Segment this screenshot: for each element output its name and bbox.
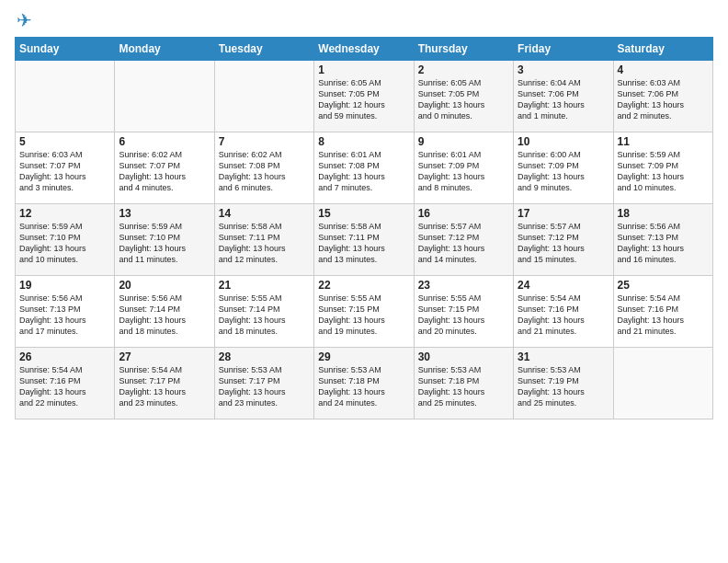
calendar-cell: 9Sunrise: 6:01 AM Sunset: 7:09 PM Daylig… (414, 132, 513, 204)
calendar-cell: 3Sunrise: 6:04 AM Sunset: 7:06 PM Daylig… (514, 61, 613, 132)
calendar-cell: 14Sunrise: 5:58 AM Sunset: 7:11 PM Dayli… (214, 204, 313, 276)
day-info: Sunrise: 5:57 AM Sunset: 7:12 PM Dayligh… (518, 221, 609, 266)
calendar-cell: 2Sunrise: 6:05 AM Sunset: 7:05 PM Daylig… (414, 61, 513, 132)
day-number: 28 (219, 350, 310, 363)
day-number: 12 (19, 207, 110, 220)
header: ✈ (15, 11, 713, 29)
weekday-header-friday: Friday (514, 38, 613, 61)
day-info: Sunrise: 5:54 AM Sunset: 7:16 PM Dayligh… (518, 293, 609, 338)
weekday-header-monday: Monday (115, 38, 214, 61)
calendar-cell: 12Sunrise: 5:59 AM Sunset: 7:10 PM Dayli… (16, 204, 115, 276)
day-number: 6 (119, 135, 210, 148)
day-info: Sunrise: 5:56 AM Sunset: 7:13 PM Dayligh… (618, 221, 709, 266)
calendar-cell: 21Sunrise: 5:55 AM Sunset: 7:14 PM Dayli… (214, 276, 313, 348)
day-info: Sunrise: 6:01 AM Sunset: 7:08 PM Dayligh… (318, 149, 409, 194)
week-row-3: 12Sunrise: 5:59 AM Sunset: 7:10 PM Dayli… (16, 204, 713, 276)
day-number: 13 (119, 207, 210, 220)
day-number: 5 (19, 135, 110, 148)
day-info: Sunrise: 5:59 AM Sunset: 7:10 PM Dayligh… (19, 221, 110, 266)
day-number: 2 (418, 63, 509, 76)
week-row-2: 5Sunrise: 6:03 AM Sunset: 7:07 PM Daylig… (16, 132, 713, 204)
day-number: 27 (119, 350, 210, 363)
logo: ✈ (15, 11, 32, 29)
day-info: Sunrise: 5:58 AM Sunset: 7:11 PM Dayligh… (318, 221, 409, 266)
calendar-cell: 13Sunrise: 5:59 AM Sunset: 7:10 PM Dayli… (115, 204, 214, 276)
calendar-cell: 5Sunrise: 6:03 AM Sunset: 7:07 PM Daylig… (16, 132, 115, 204)
day-info: Sunrise: 5:59 AM Sunset: 7:09 PM Dayligh… (618, 149, 709, 194)
calendar-cell: 28Sunrise: 5:53 AM Sunset: 7:17 PM Dayli… (214, 348, 313, 419)
calendar-cell: 15Sunrise: 5:58 AM Sunset: 7:11 PM Dayli… (314, 204, 414, 276)
calendar-cell: 1Sunrise: 6:05 AM Sunset: 7:05 PM Daylig… (314, 61, 414, 132)
day-number: 1 (318, 63, 409, 76)
day-info: Sunrise: 6:03 AM Sunset: 7:06 PM Dayligh… (618, 77, 709, 122)
day-number: 24 (518, 279, 609, 292)
calendar-cell (115, 61, 214, 132)
day-info: Sunrise: 5:55 AM Sunset: 7:14 PM Dayligh… (219, 293, 310, 338)
day-info: Sunrise: 5:53 AM Sunset: 7:18 PM Dayligh… (318, 364, 409, 409)
calendar-cell (214, 61, 313, 132)
calendar-cell: 24Sunrise: 5:54 AM Sunset: 7:16 PM Dayli… (514, 276, 613, 348)
day-number: 20 (119, 279, 210, 292)
logo-block: ✈ (15, 11, 32, 29)
week-row-5: 26Sunrise: 5:54 AM Sunset: 7:16 PM Dayli… (16, 348, 713, 419)
weekday-header-row: SundayMondayTuesdayWednesdayThursdayFrid… (16, 38, 713, 61)
day-info: Sunrise: 5:53 AM Sunset: 7:17 PM Dayligh… (219, 364, 310, 409)
day-number: 26 (19, 350, 110, 363)
logo-bird-icon: ✈ (17, 11, 32, 29)
calendar-cell: 27Sunrise: 5:54 AM Sunset: 7:17 PM Dayli… (115, 348, 214, 419)
calendar-cell: 16Sunrise: 5:57 AM Sunset: 7:12 PM Dayli… (414, 204, 513, 276)
day-info: Sunrise: 6:00 AM Sunset: 7:09 PM Dayligh… (518, 149, 609, 194)
calendar-cell: 20Sunrise: 5:56 AM Sunset: 7:14 PM Dayli… (115, 276, 214, 348)
calendar-cell: 6Sunrise: 6:02 AM Sunset: 7:07 PM Daylig… (115, 132, 214, 204)
day-number: 14 (219, 207, 310, 220)
day-info: Sunrise: 5:54 AM Sunset: 7:17 PM Dayligh… (119, 364, 210, 409)
calendar-cell: 29Sunrise: 5:53 AM Sunset: 7:18 PM Dayli… (314, 348, 414, 419)
calendar-cell: 8Sunrise: 6:01 AM Sunset: 7:08 PM Daylig… (314, 132, 414, 204)
day-number: 19 (19, 279, 110, 292)
calendar-table: SundayMondayTuesdayWednesdayThursdayFrid… (15, 37, 713, 419)
calendar-cell: 22Sunrise: 5:55 AM Sunset: 7:15 PM Dayli… (314, 276, 414, 348)
day-info: Sunrise: 5:56 AM Sunset: 7:14 PM Dayligh… (119, 293, 210, 338)
day-info: Sunrise: 5:56 AM Sunset: 7:13 PM Dayligh… (19, 293, 110, 338)
weekday-header-thursday: Thursday (414, 38, 513, 61)
weekday-header-sunday: Sunday (16, 38, 115, 61)
day-info: Sunrise: 5:54 AM Sunset: 7:16 PM Dayligh… (19, 364, 110, 409)
day-number: 4 (618, 63, 709, 76)
calendar-cell: 31Sunrise: 5:53 AM Sunset: 7:19 PM Dayli… (514, 348, 613, 419)
day-info: Sunrise: 6:01 AM Sunset: 7:09 PM Dayligh… (418, 149, 509, 194)
calendar-cell: 11Sunrise: 5:59 AM Sunset: 7:09 PM Dayli… (613, 132, 712, 204)
day-number: 29 (318, 350, 409, 363)
day-info: Sunrise: 6:02 AM Sunset: 7:08 PM Dayligh… (219, 149, 310, 194)
weekday-header-saturday: Saturday (613, 38, 712, 61)
calendar-cell: 23Sunrise: 5:55 AM Sunset: 7:15 PM Dayli… (414, 276, 513, 348)
day-info: Sunrise: 5:57 AM Sunset: 7:12 PM Dayligh… (418, 221, 509, 266)
calendar-cell: 19Sunrise: 5:56 AM Sunset: 7:13 PM Dayli… (16, 276, 115, 348)
day-info: Sunrise: 6:04 AM Sunset: 7:06 PM Dayligh… (518, 77, 609, 122)
calendar-cell: 26Sunrise: 5:54 AM Sunset: 7:16 PM Dayli… (16, 348, 115, 419)
calendar-cell: 10Sunrise: 6:00 AM Sunset: 7:09 PM Dayli… (514, 132, 613, 204)
day-info: Sunrise: 5:59 AM Sunset: 7:10 PM Dayligh… (119, 221, 210, 266)
weekday-header-tuesday: Tuesday (214, 38, 313, 61)
calendar-cell (613, 348, 712, 419)
week-row-4: 19Sunrise: 5:56 AM Sunset: 7:13 PM Dayli… (16, 276, 713, 348)
day-number: 31 (518, 350, 609, 363)
calendar-cell: 30Sunrise: 5:53 AM Sunset: 7:18 PM Dayli… (414, 348, 513, 419)
day-number: 25 (618, 279, 709, 292)
week-row-1: 1Sunrise: 6:05 AM Sunset: 7:05 PM Daylig… (16, 61, 713, 132)
day-number: 10 (518, 135, 609, 148)
day-number: 8 (318, 135, 409, 148)
calendar-cell: 4Sunrise: 6:03 AM Sunset: 7:06 PM Daylig… (613, 61, 712, 132)
day-number: 17 (518, 207, 609, 220)
weekday-header-wednesday: Wednesday (314, 38, 414, 61)
calendar-cell: 18Sunrise: 5:56 AM Sunset: 7:13 PM Dayli… (613, 204, 712, 276)
day-info: Sunrise: 5:54 AM Sunset: 7:16 PM Dayligh… (618, 293, 709, 338)
day-number: 9 (418, 135, 509, 148)
day-info: Sunrise: 5:53 AM Sunset: 7:18 PM Dayligh… (418, 364, 509, 409)
day-info: Sunrise: 5:58 AM Sunset: 7:11 PM Dayligh… (219, 221, 310, 266)
day-info: Sunrise: 6:05 AM Sunset: 7:05 PM Dayligh… (318, 77, 409, 122)
day-info: Sunrise: 5:55 AM Sunset: 7:15 PM Dayligh… (318, 293, 409, 338)
day-info: Sunrise: 6:02 AM Sunset: 7:07 PM Dayligh… (119, 149, 210, 194)
calendar-cell (16, 61, 115, 132)
day-number: 30 (418, 350, 509, 363)
day-info: Sunrise: 5:55 AM Sunset: 7:15 PM Dayligh… (418, 293, 509, 338)
